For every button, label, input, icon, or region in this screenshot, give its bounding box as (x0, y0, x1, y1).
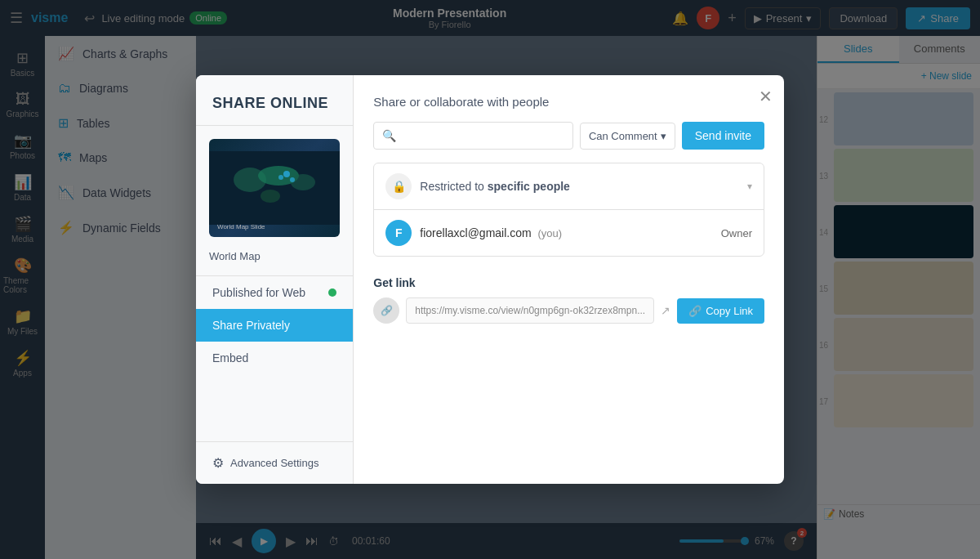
copy-icon: 🔗 (688, 305, 702, 317)
embed-label: Embed (212, 351, 248, 364)
people-section: 🔒 Restricted to specific people ▾ F fior… (373, 163, 764, 257)
link-circle-icon: 🔗 (381, 305, 393, 316)
external-link-icon[interactable]: ↗ (661, 304, 670, 317)
get-link-section: Get link 🔗 https://my.visme.co/view/n0gm… (373, 276, 764, 324)
permission-chevron-icon: ▾ (661, 130, 666, 142)
search-icon: 🔍 (382, 129, 396, 142)
search-input[interactable] (401, 129, 564, 142)
settings-icon: ⚙ (212, 455, 224, 471)
svg-point-3 (291, 174, 315, 190)
user-email-label: fiorellaxcl@gmail.com (you) (420, 226, 712, 239)
link-icon-circle: 🔗 (373, 297, 399, 324)
send-invite-button[interactable]: Send invite (682, 122, 764, 150)
modal-left-panel: SHARE ONLINE World Map Sli (196, 75, 354, 484)
preview-label: World Map Slide (217, 223, 265, 230)
published-label: Published for Web (212, 286, 305, 299)
svg-point-7 (290, 177, 295, 182)
modal-advanced-settings[interactable]: ⚙ Advanced Settings (196, 441, 353, 484)
lock-icon: 🔒 (392, 180, 406, 193)
modal-preview: World Map Slide (209, 139, 340, 237)
restricted-row[interactable]: 🔒 Restricted to specific people ▾ (374, 163, 764, 210)
permission-label: Can Comment (589, 130, 657, 142)
modal-left-header: SHARE ONLINE (196, 75, 353, 126)
get-link-title: Get link (373, 276, 764, 289)
modal-nav-share-privately[interactable]: Share Privately (196, 309, 353, 342)
svg-point-6 (278, 175, 283, 180)
published-dot (328, 288, 336, 297)
svg-point-5 (283, 171, 290, 177)
svg-rect-0 (209, 151, 340, 225)
modal-right-header: Share or collaborate with people (373, 95, 764, 109)
permission-select[interactable]: Can Comment ▾ (580, 123, 675, 150)
share-privately-label: Share Privately (212, 319, 290, 332)
search-input-wrap: 🔍 (373, 122, 573, 150)
modal-title: SHARE ONLINE (212, 95, 336, 112)
slide-title-label: World Map (196, 250, 353, 276)
modal-right-panel: ✕ Share or collaborate with people 🔍 Can… (354, 75, 784, 484)
user-role-label: Owner (721, 227, 752, 239)
share-modal: SHARE ONLINE World Map Sli (196, 75, 784, 484)
link-url: https://my.visme.co/view/n0gmp6gn-ok32rz… (406, 297, 654, 324)
link-row: 🔗 https://my.visme.co/view/n0gmp6gn-ok32… (373, 297, 764, 324)
user-avatar: F (385, 220, 412, 246)
lock-icon-circle: 🔒 (385, 173, 412, 199)
modal-overlay: SHARE ONLINE World Map Sli (0, 0, 980, 559)
user-row: F fiorellaxcl@gmail.com (you) Owner (374, 210, 764, 256)
modal-close-button[interactable]: ✕ (759, 87, 773, 106)
map-preview-image (209, 139, 340, 237)
advanced-settings-label: Advanced Settings (230, 457, 318, 469)
modal-nav-embed[interactable]: Embed (196, 342, 353, 374)
restricted-text: Restricted to specific people (420, 180, 739, 193)
share-input-row: 🔍 Can Comment ▾ Send invite (373, 122, 764, 150)
world-map-svg (209, 151, 340, 225)
modal-nav-published[interactable]: Published for Web (196, 276, 353, 309)
copy-link-button[interactable]: 🔗 Copy Link (677, 298, 764, 324)
restricted-chevron-icon: ▾ (747, 181, 752, 192)
svg-point-4 (261, 190, 280, 203)
